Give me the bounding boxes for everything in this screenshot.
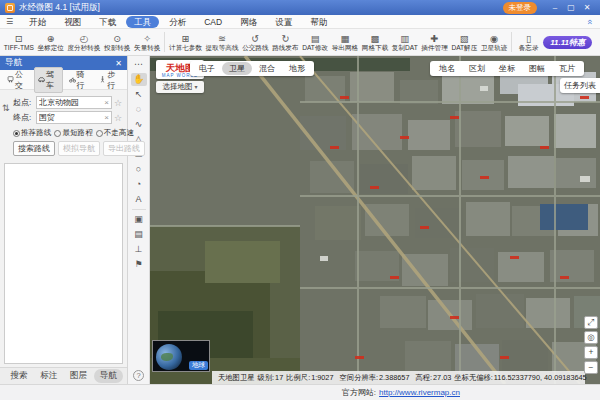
satellite-track-button[interactable]: ◉卫星轨迹 [479,33,509,52]
text-tool[interactable]: A [131,193,147,206]
end-input[interactable]: 国贸 × [36,111,112,124]
app-icon [5,3,15,13]
favorite-start-icon[interactable]: ☆ [114,98,122,108]
car-icon [38,75,45,84]
grid-tool[interactable]: ▤ [131,228,147,241]
hamburger-icon[interactable]: ☰ [6,17,13,26]
end-label: 终点: [13,112,34,123]
globe-mode-icon[interactable]: ◎ [584,331,598,344]
search-route-button[interactable]: 搜索路线 [13,141,55,156]
overlay-coordinates[interactable]: 坐标 [492,62,522,75]
navigation-panel: 导航 ✕ 公交 驾车 骑行 步行 ⇅ 起点: [0,56,128,384]
tab-tools[interactable]: 工具 [126,16,159,28]
circle-tool[interactable]: ○ [131,163,147,176]
lasso-tool[interactable]: ◌ [131,103,147,116]
contour-icon: ≋ [218,33,226,44]
contour-extract-button[interactable]: ≋提取等高线 [204,33,241,52]
minimize-button[interactable]: – [547,3,563,12]
tiff-tms-button[interactable]: ⊡TIFF-TMS [2,33,36,52]
login-badge[interactable]: 未登录 [503,2,538,14]
tab-settings[interactable]: 设置 [267,16,300,28]
radio-icon [13,130,20,137]
tab-layers[interactable]: 图层 [64,369,93,383]
projection-convert-button[interactable]: ⊙投影转换 [102,33,132,52]
vector-convert-button[interactable]: ✧矢量转换 [132,33,162,52]
dms-convert-button[interactable]: ◴度分秒转换 [66,33,103,52]
plugin-manage-button[interactable]: ✚插件管理 [420,33,450,52]
tab-analysis[interactable]: 分析 [161,16,194,28]
export-grid-button[interactable]: ▦导出网格 [330,33,360,52]
task-list-tab[interactable]: 任务列表 [560,78,600,93]
layer-vector[interactable]: 电子 [192,62,222,75]
tab-search[interactable]: 搜索 [4,369,33,383]
tab-help[interactable]: 帮助 [302,16,335,28]
maximize-button[interactable]: ▢ [563,3,579,12]
flag-tool[interactable]: ⚑ [131,258,147,271]
close-button[interactable]: ✕ [579,3,595,12]
seven-params-button[interactable]: ⊞计算七参数 [167,33,204,52]
mode-drive[interactable]: 驾车 [34,67,63,93]
overlay-tiles[interactable]: 瓦片 [552,62,582,75]
zoom-in-button[interactable]: + [584,346,598,359]
mode-walk[interactable]: 步行 [95,67,124,93]
option-shortest[interactable]: 最短路程 [54,128,92,138]
map-zoom-controls: ⤢ ◎ + − [584,316,598,374]
tab-navigation[interactable]: 导航 [94,369,123,383]
swap-endpoints-icon[interactable]: ⇅ [2,103,10,113]
projection-icon: ⊙ [113,33,121,44]
overlay-districts[interactable]: 区划 [462,62,492,75]
overlay-mapsheets[interactable]: 图幅 [522,62,552,75]
zoom-out-button[interactable]: − [584,361,598,374]
start-label: 起点: [13,97,34,108]
memo-button[interactable]: ▯备忘录 [514,33,543,52]
menu-bar: ☰ 开始 视图 下载 工具 分析 CAD 网络 设置 帮助 « [0,15,600,29]
pan-tool[interactable]: ✋ [131,73,147,86]
export-route-button[interactable]: 导出路线 [103,141,145,156]
start-input[interactable]: 北京动物园 × [36,96,112,109]
favorite-end-icon[interactable]: ☆ [114,113,122,123]
select-map-button[interactable]: 选择地图 ▾ [156,81,204,93]
map-layer-tabs: 电子 卫星 混合 地形 [190,61,314,76]
tab-network[interactable]: 网络 [232,16,265,28]
image-tool[interactable]: ▣ [131,213,147,226]
tab-start[interactable]: 开始 [21,16,54,28]
tab-view[interactable]: 视图 [56,16,89,28]
route-publish-button[interactable]: ↻路线发布 [270,33,300,52]
collapse-ribbon-icon[interactable]: « [584,19,594,24]
tab-cad[interactable]: CAD [196,16,230,28]
measure-tool[interactable]: ⊥ [131,243,147,256]
arc-tool[interactable]: ◔ [131,178,147,191]
plugin-icon: ✚ [431,33,439,44]
app-status-bar: 官方网站:http://www.rivermap.cn [0,384,600,400]
globe-thumbnail[interactable]: 地球 [152,340,210,372]
mode-bus[interactable]: 公交 [3,67,32,93]
fullscreen-icon[interactable]: ⤢ [584,316,598,329]
layer-terrain[interactable]: 地形 [282,62,312,75]
website-link[interactable]: http://www.rivermap.cn [379,388,460,397]
dat-unzip-button[interactable]: ▧DAT解压 [450,33,480,52]
more-tool[interactable]: ⋯ [131,58,147,71]
map-overlay-tabs: 地名 区划 坐标 图幅 瓦片 [430,61,584,76]
select-tool[interactable]: ↖ [131,88,147,101]
drawing-tool-strip: ⋯ ✋ ↖ ◌ ∿ △ ▭ ○ ◔ A ▣ ▤ ⊥ ⚑ ? [128,56,150,384]
help-button[interactable]: ? [133,370,144,381]
clear-end-icon[interactable]: × [104,113,109,122]
layer-hybrid[interactable]: 混合 [252,62,282,75]
bike-icon [69,75,76,84]
map-canvas[interactable]: 天地图 MAP WORLD 选择地图 ▾ 电子 卫星 混合 地形 地名 区划 坐… [150,56,600,384]
option-no-highway[interactable]: 不走高速 [96,128,134,138]
mode-bike[interactable]: 骑行 [65,67,94,93]
grid-download-button[interactable]: ▩网格下载 [360,33,390,52]
simulate-nav-button[interactable]: 模拟导航 [58,141,100,156]
option-recommended[interactable]: 推荐路线 [13,128,51,138]
clear-start-icon[interactable]: × [104,98,109,107]
copy-dat-button[interactable]: ▥复制DAT [390,33,420,52]
tab-annotation[interactable]: 标注 [34,369,63,383]
layer-satellite[interactable]: 卫星 [222,62,252,75]
tab-download[interactable]: 下载 [91,16,124,28]
dat-edit-button[interactable]: ▤DAT修改 [300,33,330,52]
promo-badge[interactable]: 11.11特惠 [543,36,592,49]
coordinate-locate-button[interactable]: ⊕坐标定位 [36,33,66,52]
overlay-placenames[interactable]: 地名 [432,62,462,75]
bus-route-button[interactable]: ↺公交路线 [240,33,270,52]
